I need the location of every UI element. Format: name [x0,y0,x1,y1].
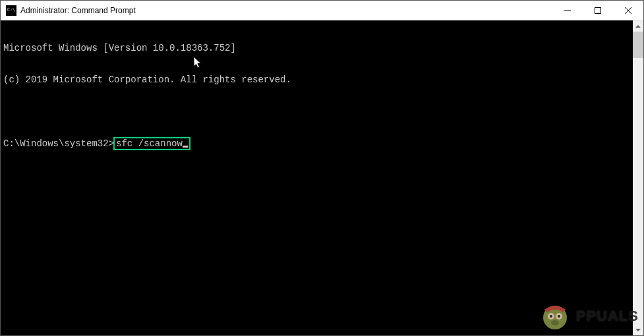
window-controls [552,1,643,20]
prompt-line: C:\Windows\system32>sfc /scannow [3,138,630,150]
scroll-up-button[interactable] [633,20,643,32]
cmd-icon: C:\ [6,5,16,16]
svg-marker-5 [635,329,641,331]
terminal-area: Microsoft Windows [Version 10.0.18363.75… [1,20,643,335]
output-line: Microsoft Windows [Version 10.0.18363.75… [3,43,630,53]
prompt-text: C:\Windows\system32> [3,138,114,149]
scroll-track[interactable] [633,32,643,324]
terminal-content[interactable]: Microsoft Windows [Version 10.0.18363.75… [1,20,633,335]
scroll-down-button[interactable] [633,324,643,335]
minimize-button[interactable] [552,1,583,20]
titlebar[interactable]: C:\ Administrator: Command Prompt [1,1,643,20]
close-button[interactable] [613,1,643,20]
text-cursor [183,146,188,148]
output-line: (c) 2019 Microsoft Corporation. All righ… [3,74,630,85]
command-prompt-window: C:\ Administrator: Command Prompt Micros… [0,0,644,336]
command-text: sfc /scannow [116,138,183,149]
blank-line [3,106,630,117]
vertical-scrollbar[interactable] [633,20,643,335]
scroll-thumb[interactable] [633,32,643,58]
maximize-button[interactable] [583,1,613,20]
svg-marker-4 [635,25,641,28]
command-highlight: sfc /scannow [113,137,190,150]
window-title: Administrator: Command Prompt [20,6,136,15]
titlebar-left: C:\ Administrator: Command Prompt [1,5,552,16]
cmd-icon-glyph: C:\ [7,8,16,13]
svg-rect-1 [595,7,601,13]
